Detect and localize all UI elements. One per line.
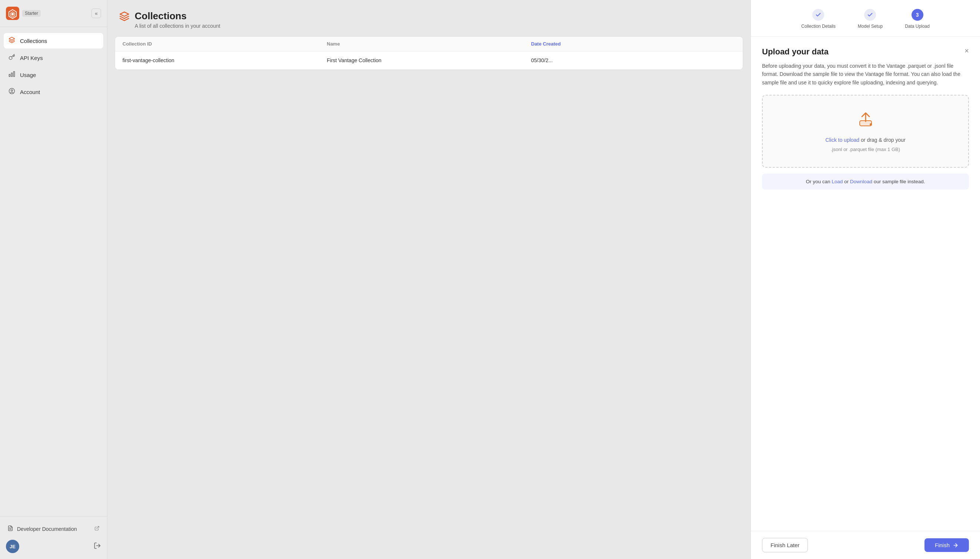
svg-line-13 xyxy=(97,526,99,529)
load-sample-link[interactable]: Load xyxy=(832,179,843,184)
sidebar: Starter « Collections xyxy=(0,0,107,559)
main-content: Collections A list of all collections in… xyxy=(107,0,751,559)
page-header: Collections A list of all collections in… xyxy=(107,0,751,36)
step-collection-details: Collection Details xyxy=(801,9,836,29)
sidebar-item-account[interactable]: Account xyxy=(4,84,103,99)
right-panel: Collection Details Model Setup 3 Data Up… xyxy=(751,0,980,559)
user-avatar[interactable]: JE xyxy=(6,540,19,553)
vantage-logo-icon xyxy=(6,7,19,20)
cell-date: 05/30/2... xyxy=(531,57,735,63)
sample-suffix: our sample file instead. xyxy=(872,179,925,184)
page-title: Collections xyxy=(135,10,220,22)
svg-point-3 xyxy=(12,13,14,15)
col-header-name: Name xyxy=(327,41,531,46)
sidebar-item-label-account: Account xyxy=(20,89,40,95)
svg-rect-8 xyxy=(9,74,10,77)
key-icon xyxy=(8,54,16,62)
page-subtitle: A list of all collections in your accoun… xyxy=(135,23,220,29)
collections-table: Collection ID Name Date Created first-va… xyxy=(115,36,743,70)
logout-button[interactable] xyxy=(94,542,101,551)
collapse-button[interactable]: « xyxy=(91,8,101,18)
svg-point-10 xyxy=(11,89,13,91)
table-row[interactable]: first-vantage-collection First Vantage C… xyxy=(115,51,743,69)
panel-footer: Finish Later Finish xyxy=(751,531,980,559)
table-header-row: Collection ID Name Date Created xyxy=(115,36,743,51)
svg-marker-15 xyxy=(120,12,129,16)
layers-icon xyxy=(8,36,16,45)
step-circle-model-setup xyxy=(864,9,876,21)
sample-file-row: Or you can Load or Download our sample f… xyxy=(762,174,969,190)
svg-rect-7 xyxy=(12,73,13,77)
stepper: Collection Details Model Setup 3 Data Up… xyxy=(751,0,980,36)
step-circle-data-upload: 3 xyxy=(912,9,923,21)
sidebar-item-usage[interactable]: Usage xyxy=(4,67,103,83)
cell-collection-id: first-vantage-collection xyxy=(122,57,327,63)
step-label-collection-details: Collection Details xyxy=(801,24,836,29)
finish-arrow-icon xyxy=(953,542,959,548)
sidebar-item-label-collections: Collections xyxy=(20,38,47,44)
sample-middle: or xyxy=(843,179,850,184)
panel-title: Upload your data xyxy=(762,47,829,57)
svg-point-17 xyxy=(870,123,872,126)
external-link-icon xyxy=(94,526,99,532)
panel-title-row: Upload your data × xyxy=(762,47,969,57)
page-header-text: Collections A list of all collections in… xyxy=(135,10,220,29)
sample-prefix: Or you can xyxy=(806,179,832,184)
col-header-collection-id: Collection ID xyxy=(122,41,327,46)
bar-chart-icon xyxy=(8,71,16,79)
sidebar-item-api-keys[interactable]: API Keys xyxy=(4,50,103,66)
upload-dropzone[interactable]: Click to upload or drag & drop your .jso… xyxy=(762,95,969,168)
click-to-upload-link[interactable]: Click to upload xyxy=(825,137,860,143)
step-label-data-upload: Data Upload xyxy=(905,24,930,29)
upload-subtext: .jsonl or .parquet file (max 1 GB) xyxy=(831,147,900,152)
panel-description: Before uploading your data, you must con… xyxy=(762,62,969,87)
developer-docs-label: Developer Documentation xyxy=(17,526,77,532)
finish-later-button[interactable]: Finish Later xyxy=(762,538,808,552)
sidebar-item-label-usage: Usage xyxy=(20,72,36,78)
sidebar-item-collections[interactable]: Collections xyxy=(4,33,103,48)
cell-name: First Vantage Collection xyxy=(327,57,531,63)
sidebar-item-label-api-keys: API Keys xyxy=(20,55,43,61)
sidebar-footer: Developer Documentation JE xyxy=(0,516,107,559)
step-data-upload: 3 Data Upload xyxy=(905,9,930,29)
user-circle-icon xyxy=(8,88,16,96)
logo-area: Starter xyxy=(6,7,41,20)
sidebar-header: Starter « xyxy=(0,0,107,27)
user-row: JE xyxy=(6,540,101,553)
upload-text: Click to upload or drag & drop your xyxy=(825,137,905,143)
download-sample-link[interactable]: Download xyxy=(850,179,872,184)
starter-badge: Starter xyxy=(22,10,41,17)
panel-content: Upload your data × Before uploading your… xyxy=(751,36,980,531)
step-circle-collection-details xyxy=(812,9,824,21)
step-model-setup: Model Setup xyxy=(858,9,883,29)
file-icon xyxy=(7,525,13,533)
sidebar-nav: Collections API Keys Usage xyxy=(0,27,107,516)
collections-header-icon xyxy=(119,11,130,24)
svg-rect-6 xyxy=(14,71,15,77)
developer-docs-link[interactable]: Developer Documentation xyxy=(6,523,101,535)
finish-button[interactable]: Finish xyxy=(924,538,969,552)
step-label-model-setup: Model Setup xyxy=(858,24,883,29)
upload-icon xyxy=(857,110,874,131)
col-header-date: Date Created xyxy=(531,41,735,46)
svg-marker-4 xyxy=(9,37,15,40)
close-button[interactable]: × xyxy=(964,47,969,55)
